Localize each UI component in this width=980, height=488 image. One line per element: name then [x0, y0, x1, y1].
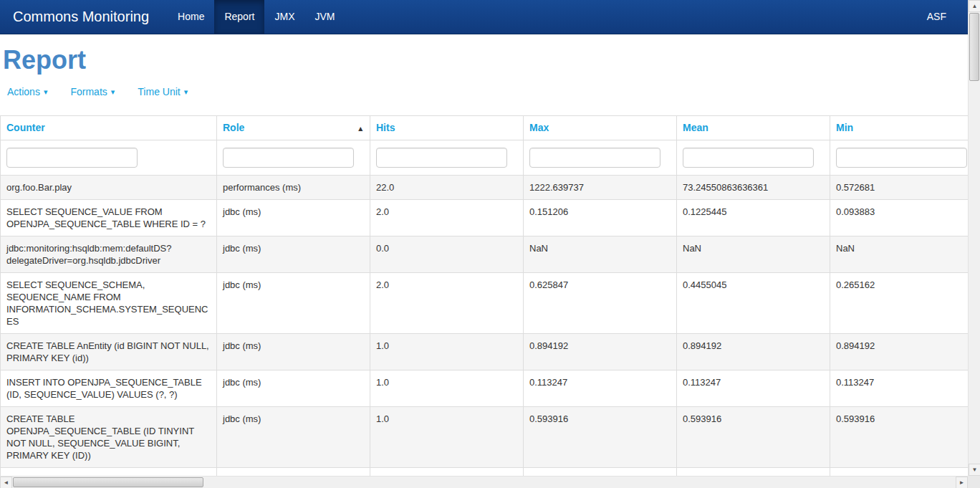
cell-hits: 2.0: [370, 200, 524, 236]
cell-min: 0.093883: [830, 200, 969, 236]
cell-max: 0.113247: [524, 370, 677, 407]
nav-items: Home Report JMX JVM: [168, 0, 345, 34]
cell-counter: SELECT SEQUENCE_VALUE FROM OPENJPA_SEQUE…: [1, 200, 217, 236]
table-row: UPDATE OPENJPA_SEQUENCE_TABLE SET SEQUEN…: [1, 468, 969, 477]
cell-mean: NaN: [677, 236, 830, 273]
cell-role: jdbc (ms): [217, 334, 370, 370]
scroll-up-icon[interactable]: ▲: [969, 0, 980, 12]
scroll-right-icon[interactable]: ►: [956, 477, 968, 488]
actions-dropdown[interactable]: Actions ▾: [7, 86, 47, 97]
time-unit-dropdown[interactable]: Time Unit ▾: [138, 86, 188, 97]
scroll-left-icon[interactable]: ◄: [0, 477, 12, 488]
column-header-counter[interactable]: Counter: [1, 116, 217, 140]
table-row: INSERT INTO OPENJPA_SEQUENCE_TABLE (ID, …: [1, 370, 969, 407]
app-brand: Commons Monitoring: [0, 0, 168, 34]
column-header-role[interactable]: Role ▴: [217, 116, 370, 140]
cell-hits: 1.0: [370, 370, 524, 407]
column-header-label: Max: [529, 122, 549, 133]
table-row: SELECT SEQUENCE_SCHEMA, SEQUENCE_NAME FR…: [1, 273, 969, 334]
cell-mean: 0.894192: [677, 334, 830, 370]
column-header-label: Hits: [376, 122, 395, 133]
filter-input-role[interactable]: [223, 148, 354, 168]
column-header-label: Mean: [683, 122, 708, 133]
formats-dropdown[interactable]: Formats ▾: [70, 86, 115, 97]
cell-min: 1.707962: [830, 468, 969, 477]
cell-max: 0.625847: [524, 273, 677, 334]
cell-role: jdbc (ms): [217, 236, 370, 273]
nav-item-jmx[interactable]: JMX: [264, 0, 304, 34]
cell-mean: 0.113247: [677, 370, 830, 407]
cell-max: 1222.639737: [524, 176, 677, 200]
cell-mean: 0.1225445: [677, 200, 830, 236]
column-header-min[interactable]: Min: [830, 116, 969, 140]
actions-dropdown-label: Actions: [7, 86, 40, 97]
cell-max: 0.593916: [524, 407, 677, 468]
column-header-max[interactable]: Max: [524, 116, 677, 140]
cell-role: jdbc (ms): [217, 468, 370, 477]
table-row: org.foo.Bar.play performances (ms) 22.0 …: [1, 176, 969, 200]
cell-counter: SELECT SEQUENCE_SCHEMA, SEQUENCE_NAME FR…: [1, 273, 217, 334]
navbar: Commons Monitoring Home Report JMX JVM A…: [0, 0, 968, 34]
cell-max: 1.707962: [524, 468, 677, 477]
browser-viewport: Commons Monitoring Home Report JMX JVM A…: [0, 0, 968, 476]
vertical-scrollbar[interactable]: ▲ ▼: [968, 0, 980, 476]
table-row: jdbc:monitoring:hsqldb:mem:defaultDS?del…: [1, 236, 969, 273]
filter-input-counter[interactable]: [6, 148, 138, 168]
horizontal-scrollbar[interactable]: ◄ ►: [0, 476, 968, 488]
cell-hits: 22.0: [370, 176, 524, 200]
filter-row: [1, 140, 969, 176]
scrollbar-corner: [968, 476, 980, 488]
nav-item-report[interactable]: Report: [214, 0, 264, 34]
report-table: Counter Role ▴ Hits Max Mean Min: [0, 115, 968, 476]
cell-min: 0.113247: [830, 370, 969, 407]
cell-role: jdbc (ms): [217, 370, 370, 407]
cell-hits: 2.0: [370, 273, 524, 334]
cell-counter: CREATE TABLE AnEntity (id BIGINT NOT NUL…: [1, 334, 217, 370]
table-row: CREATE TABLE OPENJPA_SEQUENCE_TABLE (ID …: [1, 407, 969, 468]
sort-asc-icon: ▴: [358, 124, 362, 132]
cell-hits: 1.0: [370, 334, 524, 370]
filter-input-hits[interactable]: [376, 148, 507, 168]
horizontal-scrollbar-thumb[interactable]: [13, 477, 203, 487]
cell-min: NaN: [830, 236, 969, 273]
cell-min: 0.265162: [830, 273, 969, 334]
cell-counter: UPDATE OPENJPA_SEQUENCE_TABLE SET SEQUEN…: [1, 468, 217, 477]
nav-item-jvm[interactable]: JVM: [304, 0, 345, 34]
cell-max: 0.151206: [524, 200, 677, 236]
filter-input-mean[interactable]: [683, 148, 814, 168]
filter-input-max[interactable]: [529, 148, 660, 168]
cell-counter: INSERT INTO OPENJPA_SEQUENCE_TABLE (ID, …: [1, 370, 217, 407]
cell-mean: 1.707962: [677, 468, 830, 477]
column-header-label: Role: [223, 122, 244, 133]
nav-item-home[interactable]: Home: [168, 0, 214, 34]
column-header-mean[interactable]: Mean: [677, 116, 830, 140]
formats-dropdown-label: Formats: [70, 86, 107, 97]
page-title: Report: [3, 44, 968, 76]
cell-hits: 1.0: [370, 407, 524, 468]
time-unit-dropdown-label: Time Unit: [138, 86, 180, 97]
cell-hits: 1.0: [370, 468, 524, 477]
cell-min: 0.593916: [830, 407, 969, 468]
vertical-scrollbar-thumb[interactable]: [969, 13, 979, 81]
column-header-label: Min: [836, 122, 853, 133]
header-row: Counter Role ▴ Hits Max Mean Min: [1, 116, 969, 140]
cell-max: 0.894192: [524, 334, 677, 370]
cell-mean: 73.24550863636361: [677, 176, 830, 200]
cell-counter: jdbc:monitoring:hsqldb:mem:defaultDS?del…: [1, 236, 217, 273]
table-row: CREATE TABLE AnEntity (id BIGINT NOT NUL…: [1, 334, 969, 370]
cell-min: 0.894192: [830, 334, 969, 370]
column-header-hits[interactable]: Hits: [370, 116, 524, 140]
filter-input-min[interactable]: [836, 148, 967, 168]
nav-item-asf[interactable]: ASF: [927, 0, 968, 34]
table-row: SELECT SEQUENCE_VALUE FROM OPENJPA_SEQUE…: [1, 200, 969, 236]
cell-counter: CREATE TABLE OPENJPA_SEQUENCE_TABLE (ID …: [1, 407, 217, 468]
caret-down-icon: ▾: [184, 88, 188, 96]
cell-mean: 0.4455045: [677, 273, 830, 334]
cell-hits: 0.0: [370, 236, 524, 273]
cell-role: performances (ms): [217, 176, 370, 200]
cell-min: 0.572681: [830, 176, 969, 200]
toolbar: Actions ▾ Formats ▾ Time Unit ▾: [7, 86, 968, 97]
caret-down-icon: ▾: [111, 88, 115, 96]
column-header-label: Counter: [6, 122, 45, 133]
scroll-down-icon[interactable]: ▼: [969, 464, 980, 476]
